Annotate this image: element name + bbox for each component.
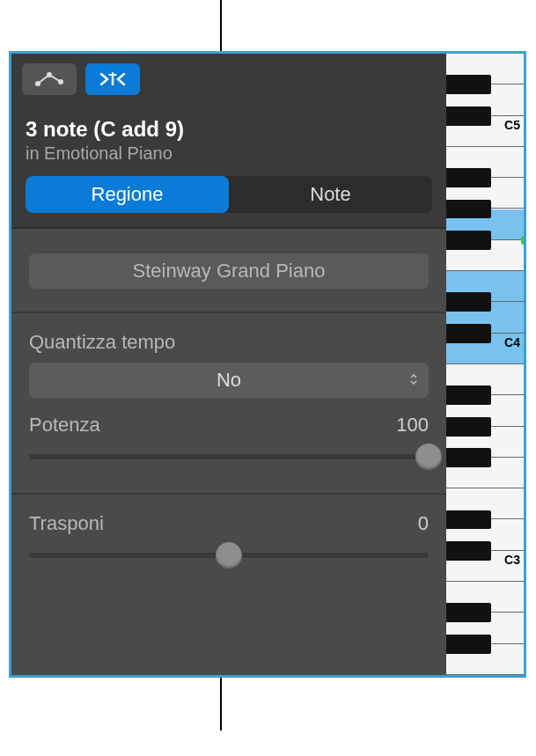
strength-label: Potenza xyxy=(29,414,100,437)
piano-black-key[interactable] xyxy=(446,510,491,530)
quantize-select[interactable]: No xyxy=(29,363,429,398)
strength-slider[interactable] xyxy=(29,444,429,470)
piano-black-key[interactable] xyxy=(446,385,491,405)
octave-label: C5 xyxy=(504,118,520,132)
region-name-field[interactable]: Steinway Grand Piano xyxy=(29,253,429,289)
quantize-label: Quantizza tempo xyxy=(29,331,429,354)
automation-tool-button[interactable] xyxy=(22,63,77,95)
callout-line-top xyxy=(220,0,222,53)
transpose-section: Trasponi 0 xyxy=(29,495,429,591)
chevron-updown-icon xyxy=(409,372,418,388)
strength-value[interactable]: 100 xyxy=(396,414,429,437)
piano-black-key[interactable] xyxy=(446,541,491,561)
piano-black-key[interactable] xyxy=(446,292,491,312)
piano-black-key[interactable] xyxy=(446,417,491,437)
tab-region[interactable]: Regione xyxy=(26,176,229,213)
piano-column: C5C4C3 xyxy=(446,54,524,675)
toolbar xyxy=(11,54,446,105)
content-area: Steinway Grand Piano Quantizza tempo No … xyxy=(11,229,446,675)
octave-label: C3 xyxy=(504,553,520,567)
piano-black-key[interactable] xyxy=(446,75,491,94)
tab-note[interactable]: Note xyxy=(229,176,432,213)
catch-icon xyxy=(98,70,128,88)
piano-black-key[interactable] xyxy=(446,324,491,343)
tab-segmented-control: Regione Note xyxy=(26,176,432,213)
slider-track xyxy=(29,454,429,459)
tab-row: Regione Note xyxy=(11,169,446,222)
main-column: 3 note (C add 9) in Emotional Piano Regi… xyxy=(11,54,446,675)
catch-tool-button[interactable] xyxy=(85,63,140,95)
piano-black-key[interactable] xyxy=(446,603,491,622)
slider-thumb[interactable] xyxy=(216,542,242,569)
selection-subtitle: in Emotional Piano xyxy=(26,143,432,164)
piano-black-key[interactable] xyxy=(446,448,491,467)
piano-black-key[interactable] xyxy=(446,106,491,126)
transpose-value[interactable]: 0 xyxy=(418,512,429,535)
quantize-section: Quantizza tempo No Potenza 100 xyxy=(29,313,429,493)
transpose-slider[interactable] xyxy=(29,542,429,569)
piano-black-key[interactable] xyxy=(446,635,491,654)
slider-thumb[interactable] xyxy=(415,444,442,470)
automation-icon xyxy=(33,70,65,88)
piano-black-key[interactable] xyxy=(446,168,491,187)
quantize-value: No xyxy=(217,369,241,392)
inspector-panel: 3 note (C add 9) in Emotional Piano Regi… xyxy=(9,51,526,678)
piano-keyboard[interactable]: C5C4C3 xyxy=(446,54,524,675)
note-indicator xyxy=(521,236,526,245)
transpose-label: Trasponi xyxy=(29,512,104,535)
selection-title: 3 note (C add 9) xyxy=(26,117,432,142)
octave-label: C4 xyxy=(504,335,520,349)
piano-black-key[interactable] xyxy=(446,200,491,219)
title-area: 3 note (C add 9) in Emotional Piano xyxy=(11,105,446,169)
piano-black-key[interactable] xyxy=(446,231,491,250)
